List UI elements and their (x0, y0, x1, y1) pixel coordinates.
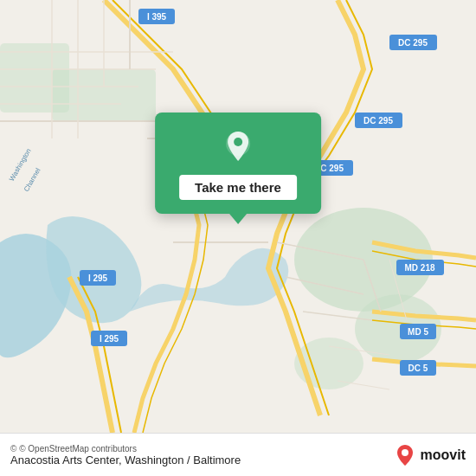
svg-point-49 (234, 138, 242, 146)
osm-credit: © © OpenStreetMap contributors (10, 444, 241, 453)
svg-text:I 295: I 295 (88, 273, 108, 283)
location-name: Anacostia Arts Center, Washington / Balt… (10, 453, 241, 466)
osm-text: © OpenStreetMap contributors (19, 444, 137, 453)
svg-text:I 395: I 395 (147, 12, 167, 22)
map-container: I 395 DC 295 DC 295 DC 295 I 295 I 295 M… (0, 0, 476, 433)
moovit-text: moovit (421, 447, 466, 463)
svg-text:DC 295: DC 295 (398, 38, 428, 48)
moovit-logo: moovit (393, 443, 466, 467)
bottom-info: © © OpenStreetMap contributors Anacostia… (10, 444, 241, 466)
bottom-bar: © © OpenStreetMap contributors Anacostia… (0, 433, 476, 476)
svg-text:I 295: I 295 (100, 334, 119, 344)
svg-text:DC 5: DC 5 (408, 363, 428, 373)
moovit-icon (393, 443, 417, 467)
copy-symbol: © (10, 444, 16, 453)
popup-card: Take me there (155, 113, 321, 214)
location-pin-icon (219, 128, 257, 166)
svg-text:MD 5: MD 5 (408, 327, 428, 337)
svg-point-50 (402, 449, 408, 456)
take-me-there-button[interactable]: Take me there (179, 175, 297, 200)
svg-rect-5 (0, 43, 69, 113)
svg-text:DC 295: DC 295 (363, 116, 393, 125)
svg-text:MD 218: MD 218 (404, 263, 434, 273)
